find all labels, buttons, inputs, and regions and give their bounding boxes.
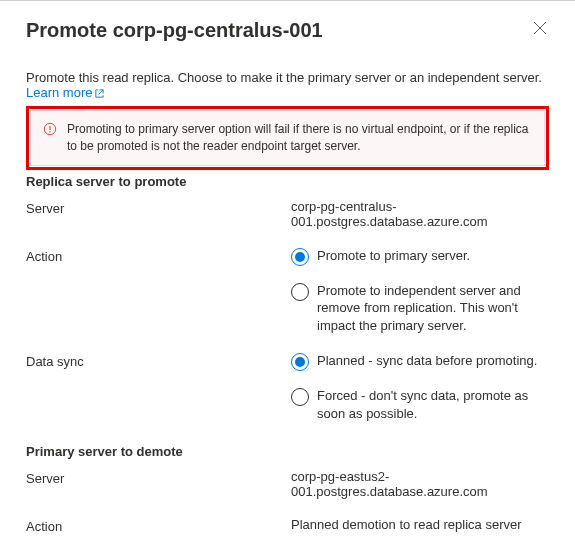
- action-option-primary-label: Promote to primary server.: [317, 247, 549, 265]
- close-icon[interactable]: [531, 19, 549, 40]
- error-callout-highlight: Promoting to primary server option will …: [26, 106, 549, 170]
- action-option-independent-label: Promote to independent server and remove…: [317, 282, 549, 335]
- error-callout-text: Promoting to primary server option will …: [67, 121, 530, 155]
- svg-line-2: [99, 89, 104, 94]
- replica-action-label: Action: [26, 247, 291, 335]
- data-sync-option-forced-label: Forced - don't sync data, promote as soo…: [317, 387, 549, 422]
- replica-server-row: Server corp-pg-centralus-001.postgres.da…: [26, 199, 549, 229]
- data-sync-option-planned-label: Planned - sync data before promoting.: [317, 352, 549, 370]
- replica-action-options: Promote to primary server. Promote to in…: [291, 247, 549, 335]
- data-sync-option-planned[interactable]: Planned - sync data before promoting.: [291, 352, 549, 371]
- primary-server-label: Server: [26, 469, 291, 499]
- primary-section-heading: Primary server to demote: [26, 444, 549, 459]
- error-icon: [43, 122, 57, 155]
- replica-server-value: corp-pg-centralus-001.postgres.database.…: [291, 199, 549, 229]
- radio-unchecked-icon: [291, 283, 309, 301]
- primary-server-row: Server corp-pg-eastus2-001.postgres.data…: [26, 469, 549, 499]
- panel-title: Promote corp-pg-centralus-001: [26, 19, 323, 42]
- panel-header: Promote corp-pg-centralus-001: [26, 19, 549, 42]
- primary-action-label: Action: [26, 517, 291, 534]
- primary-action-value: Planned demotion to read replica server: [291, 517, 549, 534]
- intro-description: Promote this read replica. Choose to mak…: [26, 70, 542, 85]
- data-sync-row: Data sync Planned - sync data before pro…: [26, 352, 549, 422]
- action-option-independent[interactable]: Promote to independent server and remove…: [291, 282, 549, 335]
- action-option-primary[interactable]: Promote to primary server.: [291, 247, 549, 266]
- replica-server-label: Server: [26, 199, 291, 229]
- replica-section-heading: Replica server to promote: [26, 174, 549, 189]
- radio-checked-icon: [291, 353, 309, 371]
- data-sync-label: Data sync: [26, 352, 291, 422]
- intro-text: Promote this read replica. Choose to mak…: [26, 70, 549, 100]
- primary-server-value: corp-pg-eastus2-001.postgres.database.az…: [291, 469, 549, 499]
- data-sync-options: Planned - sync data before promoting. Fo…: [291, 352, 549, 422]
- primary-action-row: Action Planned demotion to read replica …: [26, 517, 549, 534]
- radio-unchecked-icon: [291, 388, 309, 406]
- promote-panel: Promote corp-pg-centralus-001 Promote th…: [0, 0, 575, 534]
- error-callout: Promoting to primary server option will …: [30, 110, 545, 166]
- learn-more-link[interactable]: Learn more: [26, 85, 104, 100]
- radio-checked-icon: [291, 248, 309, 266]
- external-link-icon: [94, 88, 104, 98]
- svg-point-5: [49, 131, 50, 132]
- data-sync-option-forced[interactable]: Forced - don't sync data, promote as soo…: [291, 387, 549, 422]
- replica-action-row: Action Promote to primary server. Promot…: [26, 247, 549, 335]
- learn-more-label: Learn more: [26, 85, 92, 100]
